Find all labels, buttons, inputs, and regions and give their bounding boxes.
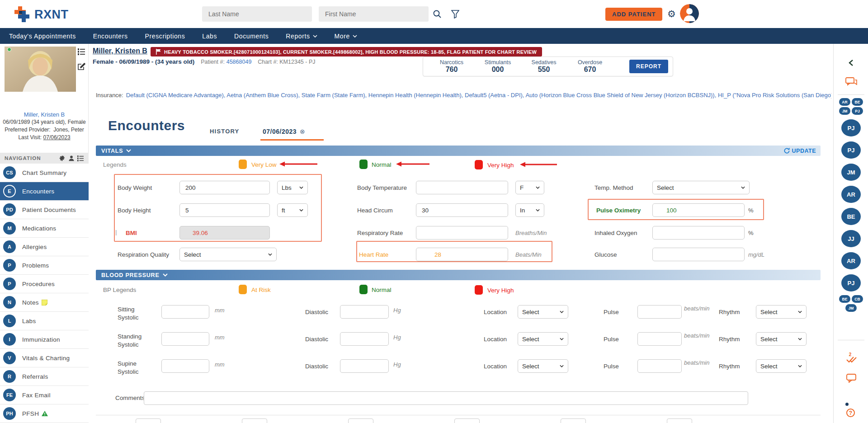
supine-rhythm-select[interactable]: Select <box>756 359 807 373</box>
add-patient-button[interactable]: ADD PATIENT <box>605 8 662 21</box>
standing-pulse-input[interactable] <box>637 332 682 346</box>
standing-rhythm-select[interactable]: Select <box>756 332 807 346</box>
patient-photo[interactable] <box>5 47 76 92</box>
glucose-input[interactable] <box>652 248 745 261</box>
provider-avatar[interactable]: JM <box>841 164 861 181</box>
nav-labs[interactable]: Labs <box>202 33 217 40</box>
nav-settings-gear-icon[interactable] <box>59 155 66 161</box>
sidebar-item-patient-documents[interactable]: PD Patient Documents <box>0 201 89 219</box>
supine-pulse-input[interactable] <box>637 359 682 373</box>
contact-badge[interactable]: BE <box>852 98 863 106</box>
sidebar-item-procedures[interactable]: P Procedures <box>0 275 89 293</box>
patient-name-link[interactable]: Miller, Kristen B <box>93 47 147 55</box>
update-vitals-button[interactable]: UPDATE <box>784 148 816 154</box>
nav-list-icon[interactable] <box>77 155 84 161</box>
first-name-search-input[interactable] <box>319 6 429 22</box>
partial-input[interactable] <box>454 418 480 423</box>
nav-reports[interactable]: Reports <box>286 33 317 40</box>
sidebar-item-vitals-charting[interactable]: V Vitals & Charting <box>0 349 89 367</box>
provider-avatar[interactable]: PJ <box>841 274 861 291</box>
head-circum-unit-select[interactable]: In <box>515 203 544 217</box>
settings-gear-icon[interactable]: ⚙ <box>667 9 676 19</box>
provider-avatar[interactable]: AR <box>841 186 861 203</box>
provider-avatar[interactable]: PJ <box>841 141 861 159</box>
nav-more[interactable]: More <box>335 33 357 40</box>
body-weight-unit-select[interactable]: Lbs <box>277 181 308 194</box>
body-height-input[interactable] <box>179 203 270 217</box>
blood-pressure-section-header[interactable]: BLOOD PRESSURE <box>96 270 821 280</box>
vitals-section-header[interactable]: VITALS UPDATE <box>96 146 821 156</box>
contact-badge[interactable]: JM <box>845 304 857 312</box>
contact-badge[interactable]: PJ <box>852 107 863 115</box>
respiratory-rate-input[interactable] <box>416 226 508 240</box>
tab-encounter-date[interactable]: 07/06/2023 ⊗ <box>263 128 305 135</box>
sidebar-item-notes[interactable]: N Notes <box>0 293 89 312</box>
head-circum-input[interactable] <box>416 203 508 217</box>
sidebar-item-referrals[interactable]: R Referrals <box>0 367 89 386</box>
edit-patient-icon[interactable] <box>78 63 85 72</box>
heart-rate-input[interactable] <box>416 248 508 261</box>
standing-diastolic-input[interactable] <box>340 332 389 346</box>
patient-list-icon[interactable] <box>78 48 85 57</box>
sidebar-patient-name[interactable]: Miller, Kristen B <box>0 111 89 118</box>
nav-prescriptions[interactable]: Prescriptions <box>145 33 185 40</box>
sidebar-item-pfsh[interactable]: PH PFSH <box>0 404 89 423</box>
sidebar-item-medications[interactable]: M Medications <box>0 219 89 238</box>
contact-badge[interactable]: JM <box>839 107 850 115</box>
nav-todays-appointments[interactable]: Today's Appointments <box>9 33 76 40</box>
report-button[interactable]: REPORT <box>629 60 668 73</box>
collapse-panel-icon[interactable] <box>834 60 868 66</box>
tab-history[interactable]: HISTORY <box>210 128 239 135</box>
filter-icon[interactable] <box>451 9 459 20</box>
body-weight-input[interactable] <box>179 181 270 194</box>
sidebar-item-labs[interactable]: L Labs <box>0 312 89 330</box>
partial-input[interactable] <box>348 418 373 423</box>
body-temperature-input[interactable] <box>416 181 508 194</box>
supine-location-select[interactable]: Select <box>518 359 568 373</box>
contact-badge[interactable]: BE <box>839 295 850 303</box>
partial-input[interactable] <box>136 418 161 423</box>
last-name-search-input[interactable] <box>202 6 312 22</box>
provider-avatar[interactable]: JJ <box>841 230 861 247</box>
sidebar-item-chart-summary[interactable]: CS Chart Summary <box>0 164 89 182</box>
sitting-systolic-input[interactable] <box>161 305 209 319</box>
sidebar-item-allergies[interactable]: A Allergies <box>0 238 89 256</box>
supine-diastolic-input[interactable] <box>340 359 389 373</box>
messages-icon[interactable] <box>834 77 868 87</box>
pulse-oximetry-input[interactable] <box>652 203 745 217</box>
sidebar-item-fax-email[interactable]: FE Fax Email <box>0 386 89 404</box>
provider-avatar[interactable]: BE <box>841 208 861 225</box>
search-icon[interactable] <box>433 9 442 20</box>
temp-method-select[interactable]: Select <box>652 181 750 194</box>
tasks-check-icon[interactable]: 2 <box>834 355 868 364</box>
sidebar-item-problems[interactable]: P Problems <box>0 256 89 275</box>
provider-avatar[interactable]: PJ <box>841 119 861 136</box>
standing-systolic-input[interactable] <box>161 332 209 346</box>
nav-encounters[interactable]: Encounters <box>93 33 128 40</box>
respiration-quality-select[interactable]: Select <box>179 248 277 261</box>
sitting-diastolic-input[interactable] <box>340 305 389 319</box>
provider-avatar[interactable]: AR <box>841 252 861 269</box>
body-height-unit-select[interactable]: ft <box>277 203 308 217</box>
supine-systolic-input[interactable] <box>161 359 209 373</box>
close-tab-icon[interactable]: ⊗ <box>300 128 305 135</box>
inhaled-oxygen-input[interactable] <box>652 226 745 240</box>
partial-input[interactable] <box>561 418 586 423</box>
last-visit-date-link[interactable]: 07/06/2023 <box>43 134 71 141</box>
partial-input[interactable] <box>242 418 267 423</box>
sidebar-item-immunization[interactable]: I Immunization <box>0 330 89 349</box>
body-temperature-unit-select[interactable]: F <box>515 181 544 194</box>
sitting-rhythm-select[interactable]: Select <box>756 305 807 319</box>
comments-bubble-icon[interactable] <box>834 374 868 383</box>
comments-input[interactable] <box>144 391 748 405</box>
contact-badge[interactable]: AR <box>839 98 850 106</box>
contact-badge[interactable]: CB <box>852 295 863 303</box>
sidebar-item-encounters[interactable]: E Encounters <box>0 182 89 201</box>
partial-input[interactable] <box>667 418 692 423</box>
sitting-pulse-input[interactable] <box>637 305 682 319</box>
rxnt-logo[interactable]: RXNT <box>14 5 69 24</box>
nav-documents[interactable]: Documents <box>234 33 269 40</box>
patient-number-link[interactable]: 45868049 <box>226 59 252 65</box>
user-avatar[interactable] <box>680 4 699 23</box>
nav-person-icon[interactable] <box>68 155 75 161</box>
